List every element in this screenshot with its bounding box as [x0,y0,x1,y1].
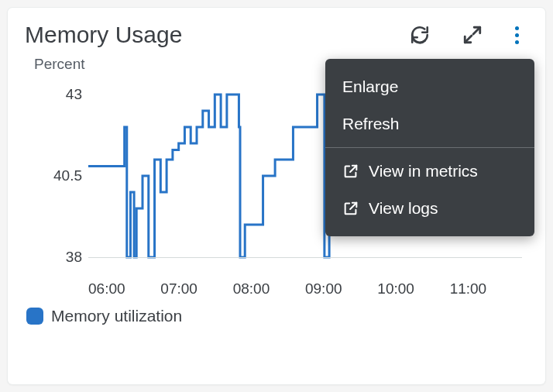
menu-item-label: View in metrics [369,162,478,181]
card-title: Memory Usage [25,22,182,48]
menu-item-label: View logs [369,199,438,218]
external-link-icon [342,163,359,180]
x-tick: 09:00 [305,280,377,297]
x-tick: 10:00 [377,280,449,297]
x-tick: 08:00 [233,280,305,297]
memory-usage-card: Memory Usage [8,8,545,384]
y-tick: 43 [39,86,82,103]
grid-line [88,257,522,258]
x-tick: 06:00 [88,280,160,297]
menu-item-enlarge[interactable]: Enlarge [325,68,534,105]
x-axis-ticks: 06:00 07:00 08:00 09:00 10:00 11:00 [88,280,522,297]
external-link-icon [342,200,359,217]
context-menu: Enlarge Refresh View in metrics View log… [325,59,534,236]
menu-item-view-logs[interactable]: View logs [325,190,534,227]
chart-legend: Memory utilization [26,307,528,325]
legend-label: Memory utilization [51,307,182,325]
menu-item-view-metrics[interactable]: View in metrics [325,153,534,190]
expand-icon [462,25,483,45]
x-tick: 11:00 [450,280,522,297]
y-tick: 38 [39,249,82,266]
enlarge-button[interactable] [459,22,486,48]
more-menu-button[interactable] [512,23,522,47]
card-header: Memory Usage [25,22,528,48]
menu-item-refresh[interactable]: Refresh [325,105,534,143]
y-tick: 40.5 [39,167,82,184]
legend-swatch [26,308,43,325]
x-tick: 07:00 [160,280,232,297]
refresh-button[interactable] [407,22,433,48]
card-toolbar [407,22,528,48]
refresh-icon [410,25,430,45]
menu-divider [325,147,534,148]
menu-item-label: Enlarge [342,77,398,96]
kebab-icon [515,26,519,44]
menu-item-label: Refresh [342,115,400,133]
y-axis-ticks: 43 40.5 38 [39,79,82,273]
